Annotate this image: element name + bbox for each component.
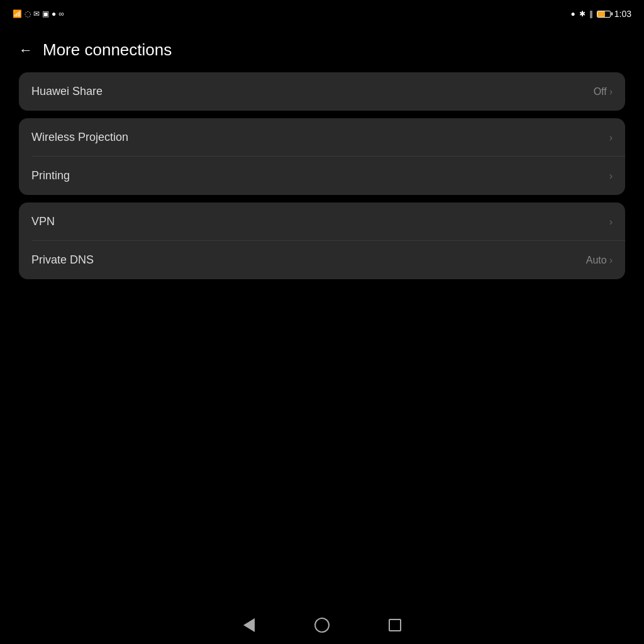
eye-icon: ● xyxy=(571,9,575,18)
status-bar: 📶 ◌ ✉ ▣ ● ∞ ● ✱ ‖ 1:03 xyxy=(0,0,644,28)
vpn-chevron-icon: › xyxy=(609,216,613,228)
printing-chevron-icon: › xyxy=(609,170,613,182)
huawei-share-item[interactable]: Huawei Share Off › xyxy=(19,72,625,111)
page-header: ← More connections xyxy=(0,34,644,72)
private-dns-item[interactable]: Private DNS Auto › xyxy=(19,241,625,279)
battery-icon xyxy=(597,11,611,18)
voicemail-icon: ∞ xyxy=(58,9,64,18)
vibrate-icon: ‖ xyxy=(589,9,593,18)
page-title: More connections xyxy=(43,40,172,60)
huawei-share-label: Huawei Share xyxy=(31,85,103,98)
settings-group-2: Wireless Projection › Printing › xyxy=(19,118,625,195)
private-dns-label: Private DNS xyxy=(31,253,94,267)
nav-home-button[interactable] xyxy=(311,614,333,636)
mail-icon: ✉ xyxy=(33,9,40,18)
huawei-share-chevron-icon: › xyxy=(609,86,613,97)
nav-back-button[interactable] xyxy=(238,614,260,636)
nav-home-icon xyxy=(314,618,330,633)
main-content: ← More connections Huawei Share Off › Wi… xyxy=(0,28,644,279)
sim-icon: ▣ xyxy=(42,9,49,18)
back-button[interactable]: ← xyxy=(19,42,33,58)
status-left-icons: 📶 ◌ ✉ ▣ ● ∞ xyxy=(13,9,64,18)
wifi-icon: ◌ xyxy=(25,9,31,18)
huawei-share-value: Off xyxy=(594,86,607,97)
nav-bar xyxy=(0,606,644,644)
settings-group-1: Huawei Share Off › xyxy=(19,72,625,111)
bluetooth-icon: ✱ xyxy=(579,9,586,18)
printing-label: Printing xyxy=(31,169,70,182)
settings-container: Huawei Share Off › Wireless Projection › xyxy=(0,72,644,279)
nav-back-icon xyxy=(243,618,255,632)
private-dns-chevron-icon: › xyxy=(609,255,613,266)
vpn-label: VPN xyxy=(31,215,55,228)
whatsapp-icon: ● xyxy=(52,9,56,18)
signal-icon: 📶 xyxy=(13,9,22,18)
wireless-projection-chevron-icon: › xyxy=(609,132,613,143)
settings-group-3: VPN › Private DNS Auto › xyxy=(19,203,625,279)
vpn-item[interactable]: VPN › xyxy=(19,203,625,241)
printing-item[interactable]: Printing › xyxy=(19,157,625,195)
status-right-icons: ● ✱ ‖ 1:03 xyxy=(571,9,632,19)
private-dns-value: Auto xyxy=(586,255,607,266)
status-time: 1:03 xyxy=(614,9,631,19)
nav-recents-icon xyxy=(389,619,401,631)
wireless-projection-label: Wireless Projection xyxy=(31,131,128,144)
wireless-projection-item[interactable]: Wireless Projection › xyxy=(19,118,625,157)
nav-recents-button[interactable] xyxy=(384,614,406,636)
